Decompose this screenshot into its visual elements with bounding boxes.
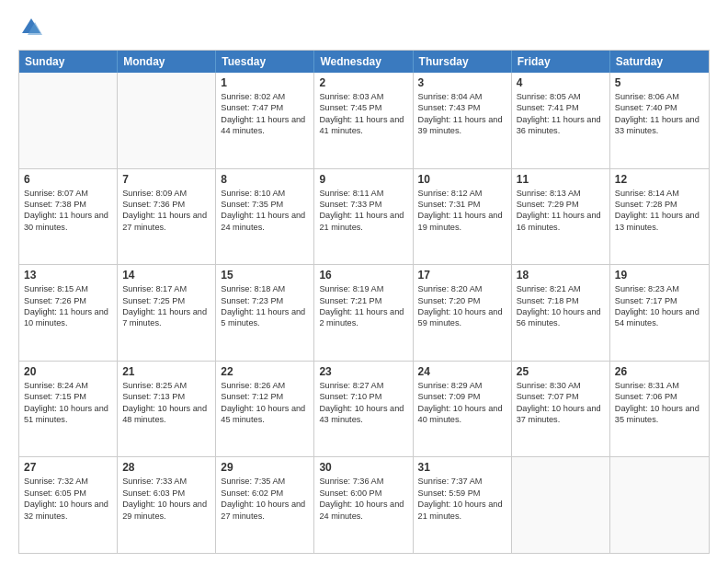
sunrise-text: Sunrise: 8:04 AM — [418, 91, 506, 102]
sunset-text: Sunset: 7:06 PM — [615, 391, 704, 402]
sunrise-text: Sunrise: 8:07 AM — [24, 188, 112, 199]
calendar-cell: 11Sunrise: 8:13 AMSunset: 7:29 PMDayligh… — [512, 169, 610, 265]
sunset-text: Sunset: 7:18 PM — [517, 295, 605, 306]
sunset-text: Sunset: 7:13 PM — [122, 391, 210, 402]
day-number: 15 — [221, 269, 309, 282]
day-number: 5 — [615, 76, 704, 89]
daylight-text: Daylight: 11 hours and 44 minutes. — [221, 114, 309, 137]
sunset-text: Sunset: 7:25 PM — [122, 295, 210, 306]
sunset-text: Sunset: 7:15 PM — [24, 391, 112, 402]
calendar-header-cell: Wednesday — [314, 51, 413, 73]
day-number: 24 — [418, 365, 506, 378]
calendar-cell: 6Sunrise: 8:07 AMSunset: 7:38 PMDaylight… — [19, 169, 118, 265]
day-number: 13 — [24, 269, 112, 282]
sunset-text: Sunset: 7:45 PM — [319, 102, 407, 113]
calendar-cell: 29Sunrise: 7:35 AMSunset: 6:02 PMDayligh… — [216, 457, 314, 553]
sunset-text: Sunset: 7:36 PM — [122, 199, 210, 210]
sunrise-text: Sunrise: 8:23 AM — [615, 283, 704, 294]
daylight-text: Daylight: 10 hours and 24 minutes. — [319, 499, 407, 522]
daylight-text: Daylight: 10 hours and 40 minutes. — [418, 403, 506, 426]
calendar-cell: 9Sunrise: 8:11 AMSunset: 7:33 PMDaylight… — [314, 169, 413, 265]
sunrise-text: Sunrise: 8:09 AM — [122, 188, 210, 199]
calendar-cell — [19, 73, 118, 168]
sunrise-text: Sunrise: 8:13 AM — [517, 188, 605, 199]
sunrise-text: Sunrise: 8:20 AM — [418, 283, 506, 294]
sunrise-text: Sunrise: 8:24 AM — [24, 380, 112, 391]
calendar-cell: 23Sunrise: 8:27 AMSunset: 7:10 PMDayligh… — [314, 362, 413, 457]
sunrise-text: Sunrise: 8:03 AM — [319, 91, 407, 102]
calendar-cell — [512, 457, 610, 553]
header — [18, 15, 710, 40]
daylight-text: Daylight: 10 hours and 43 minutes. — [319, 403, 407, 426]
calendar-week: 27Sunrise: 7:32 AMSunset: 6:05 PMDayligh… — [19, 456, 709, 553]
sunset-text: Sunset: 7:43 PM — [418, 102, 506, 113]
calendar-cell: 3Sunrise: 8:04 AMSunset: 7:43 PMDaylight… — [414, 73, 512, 168]
calendar-cell: 25Sunrise: 8:30 AMSunset: 7:07 PMDayligh… — [512, 362, 610, 457]
calendar-header-cell: Tuesday — [216, 51, 314, 73]
sunrise-text: Sunrise: 8:15 AM — [24, 283, 112, 294]
daylight-text: Daylight: 11 hours and 39 minutes. — [418, 114, 506, 137]
sunrise-text: Sunrise: 7:33 AM — [122, 476, 210, 487]
sunrise-text: Sunrise: 8:26 AM — [221, 380, 309, 391]
day-number: 17 — [418, 269, 506, 282]
daylight-text: Daylight: 11 hours and 27 minutes. — [122, 210, 210, 233]
sunrise-text: Sunrise: 8:29 AM — [418, 380, 506, 391]
day-number: 30 — [319, 461, 407, 474]
sunset-text: Sunset: 5:59 PM — [418, 488, 506, 499]
sunrise-text: Sunrise: 7:37 AM — [418, 476, 506, 487]
calendar-cell: 31Sunrise: 7:37 AMSunset: 5:59 PMDayligh… — [414, 457, 512, 553]
daylight-text: Daylight: 11 hours and 13 minutes. — [615, 210, 704, 233]
calendar-week: 13Sunrise: 8:15 AMSunset: 7:26 PMDayligh… — [19, 264, 709, 361]
sunrise-text: Sunrise: 8:25 AM — [122, 380, 210, 391]
day-number: 18 — [517, 269, 605, 282]
sunrise-text: Sunrise: 8:06 AM — [615, 91, 704, 102]
calendar-cell: 16Sunrise: 8:19 AMSunset: 7:21 PMDayligh… — [314, 265, 413, 361]
day-number: 31 — [418, 461, 506, 474]
logo-icon — [18, 15, 44, 40]
sunrise-text: Sunrise: 8:05 AM — [517, 91, 605, 102]
daylight-text: Daylight: 11 hours and 16 minutes. — [517, 210, 605, 233]
logo — [18, 15, 48, 40]
calendar-week: 6Sunrise: 8:07 AMSunset: 7:38 PMDaylight… — [19, 168, 709, 265]
calendar-cell — [118, 73, 216, 168]
sunrise-text: Sunrise: 8:10 AM — [221, 188, 309, 199]
sunrise-text: Sunrise: 7:36 AM — [319, 476, 407, 487]
day-number: 1 — [221, 76, 309, 89]
calendar-cell: 17Sunrise: 8:20 AMSunset: 7:20 PMDayligh… — [414, 265, 512, 361]
calendar-header-cell: Friday — [512, 51, 610, 73]
calendar-cell: 13Sunrise: 8:15 AMSunset: 7:26 PMDayligh… — [19, 265, 118, 361]
calendar-cell: 4Sunrise: 8:05 AMSunset: 7:41 PMDaylight… — [512, 73, 610, 168]
daylight-text: Daylight: 10 hours and 56 minutes. — [517, 306, 605, 329]
day-number: 4 — [517, 76, 605, 89]
sunset-text: Sunset: 7:40 PM — [615, 102, 704, 113]
calendar-cell: 14Sunrise: 8:17 AMSunset: 7:25 PMDayligh… — [118, 265, 216, 361]
sunset-text: Sunset: 7:12 PM — [221, 391, 309, 402]
daylight-text: Daylight: 10 hours and 45 minutes. — [221, 403, 309, 426]
day-number: 10 — [418, 173, 506, 186]
day-number: 22 — [221, 365, 309, 378]
calendar-header-cell: Saturday — [610, 51, 709, 73]
day-number: 27 — [24, 461, 112, 474]
daylight-text: Daylight: 10 hours and 32 minutes. — [24, 499, 112, 522]
day-number: 28 — [122, 461, 210, 474]
sunset-text: Sunset: 7:33 PM — [319, 199, 407, 210]
sunset-text: Sunset: 7:17 PM — [615, 295, 704, 306]
sunset-text: Sunset: 7:35 PM — [221, 199, 309, 210]
sunrise-text: Sunrise: 8:17 AM — [122, 283, 210, 294]
day-number: 12 — [615, 173, 704, 186]
daylight-text: Daylight: 11 hours and 5 minutes. — [221, 306, 309, 329]
daylight-text: Daylight: 11 hours and 2 minutes. — [319, 306, 407, 329]
daylight-text: Daylight: 11 hours and 33 minutes. — [615, 114, 704, 137]
daylight-text: Daylight: 10 hours and 48 minutes. — [122, 403, 210, 426]
day-number: 20 — [24, 365, 112, 378]
daylight-text: Daylight: 11 hours and 10 minutes. — [24, 306, 112, 329]
day-number: 16 — [319, 269, 407, 282]
daylight-text: Daylight: 10 hours and 54 minutes. — [615, 306, 704, 329]
sunset-text: Sunset: 6:05 PM — [24, 488, 112, 499]
daylight-text: Daylight: 10 hours and 37 minutes. — [517, 403, 605, 426]
day-number: 7 — [122, 173, 210, 186]
sunset-text: Sunset: 7:09 PM — [418, 391, 506, 402]
sunrise-text: Sunrise: 7:32 AM — [24, 476, 112, 487]
daylight-text: Daylight: 11 hours and 7 minutes. — [122, 306, 210, 329]
sunset-text: Sunset: 7:29 PM — [517, 199, 605, 210]
